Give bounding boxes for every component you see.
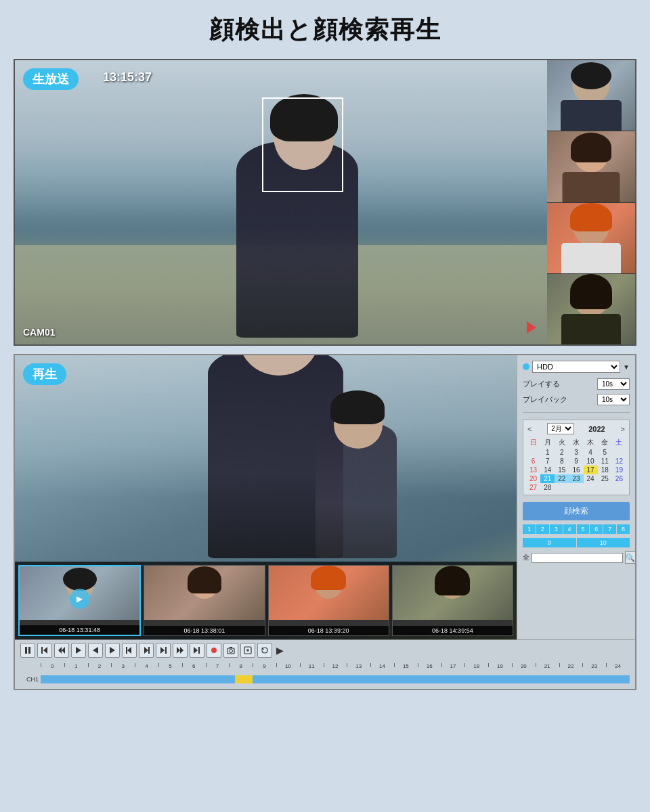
cal-day-23[interactable]: 23 [569,474,583,483]
strip-thumb-label-1: 06-18 13:31:48 [20,625,139,635]
cal-day-6-sat[interactable] [612,448,626,457]
cal-day-25[interactable]: 25 [598,474,612,483]
ch-btn-9[interactable]: 9 [523,538,576,547]
calendar-section: < 2月 2022 > 日 月 火 水 木 [523,420,630,495]
cal-day-7[interactable]: 7 [540,457,555,466]
svg-marker-6 [58,647,62,654]
cal-day-3[interactable]: 3 [569,448,583,457]
cal-day-9[interactable]: 9 [569,457,583,466]
play-btn[interactable] [71,643,86,658]
cal-day-10[interactable]: 10 [584,457,598,466]
fast-forward-btn[interactable] [173,643,188,658]
ch-btn-6[interactable]: 6 [590,524,603,534]
svg-marker-9 [110,647,115,654]
cal-day-19[interactable]: 19 [612,466,626,474]
live-video-area: 生放送 13:15:37 CAM01 [15,60,547,344]
cal-prev-btn[interactable]: < [526,425,533,433]
search-input[interactable] [532,553,623,563]
ch1-bar[interactable] [41,675,630,683]
cal-th-thu: 木 [584,437,598,448]
ch-btn-4[interactable]: 4 [563,524,576,534]
ch-btn-7[interactable]: 7 [603,524,616,534]
cal-day-18[interactable]: 18 [598,466,612,474]
live-thumb-4[interactable] [547,274,635,344]
rewind-end-btn[interactable] [156,643,171,658]
svg-marker-12 [144,647,148,654]
ch-btn-2[interactable]: 2 [536,524,549,534]
tick-23: 23 [582,663,606,673]
prev-frame-btn[interactable] [122,643,137,658]
strip-thumb-4[interactable]: 06-18 14:39:54 [392,565,513,636]
live-thumb-2[interactable] [547,131,635,202]
live-thumb-1[interactable] [547,60,635,131]
time-ruler: 0 1 2 3 4 5 6 7 8 9 10 11 12 13 14 15 16… [20,663,630,673]
cal-day-27[interactable]: 27 [526,483,540,492]
ch-btn-5[interactable]: 5 [577,524,590,534]
cal-day-16[interactable]: 16 [569,466,583,474]
cal-day-26[interactable]: 26 [612,474,626,483]
ch-btn-8[interactable]: 8 [617,524,630,534]
tick-0: 0 [41,663,64,673]
face-detection-box [262,97,343,192]
cal-day-4[interactable]: 4 [584,448,598,457]
ch-btn-1[interactable]: 1 [523,524,536,534]
cal-day-17[interactable]: 17 [584,466,598,474]
tick-8: 8 [229,663,253,673]
tick-6: 6 [182,663,206,673]
cal-th-fri: 金 [598,437,612,448]
cal-day-14[interactable]: 14 [540,466,555,474]
tick-18: 18 [464,663,488,673]
face-search-btn[interactable]: 顔検索 [523,502,630,520]
strip-thumb-2[interactable]: 06-18 13:38:01 [144,565,265,636]
cal-day-2[interactable]: 2 [555,448,569,457]
cal-day-11[interactable]: 11 [598,457,612,466]
tick-4: 4 [135,663,158,673]
ch-btn-10[interactable]: 10 [577,538,630,547]
strip-thumb-3[interactable]: 06-18 13:39:20 [268,565,389,636]
strip-thumb-1[interactable]: ▶ 06-18 13:31:48 [18,565,141,636]
record-btn[interactable] [207,643,221,658]
cal-day-15[interactable]: 15 [555,466,569,474]
cal-day-22[interactable]: 22 [555,474,569,483]
cal-day-21[interactable]: 21 [540,474,555,483]
svg-marker-8 [93,647,98,654]
next-frame-btn[interactable] [139,643,154,658]
cal-day-20[interactable]: 20 [526,474,540,483]
controls-bar: ▶ [15,639,635,662]
search-row: 全 🔍 [523,551,630,564]
skip-forward-btn[interactable] [190,643,204,658]
step-back-fast-btn[interactable] [54,643,69,658]
cal-day-8[interactable]: 8 [555,457,569,466]
cal-day-24[interactable]: 24 [584,474,598,483]
live-thumb-3[interactable] [547,203,635,274]
cal-day-28[interactable]: 28 [540,483,555,492]
timeline-arrow-btn[interactable]: ▶ [274,645,285,656]
cal-year: 2022 [588,425,605,433]
step-back-btn[interactable] [88,643,103,658]
cal-day-5[interactable]: 5 [598,448,612,457]
cal-month-select[interactable]: 2月 [547,423,574,434]
rewind-start-btn[interactable] [37,643,52,658]
svg-marker-5 [62,647,65,654]
svg-rect-19 [198,647,200,654]
cal-day-12[interactable]: 12 [612,457,626,466]
hdd-select[interactable]: HDD [532,361,620,373]
ch-btn-3[interactable]: 3 [550,524,563,534]
strip-thumb-label-3: 06-18 13:39:20 [269,626,389,635]
cal-day-13[interactable]: 13 [526,466,540,474]
cal-next-btn[interactable]: > [620,425,626,433]
cam-label: CAM01 [23,327,55,338]
play-select[interactable]: 10s [597,378,630,390]
export-btn[interactable] [240,643,255,658]
cal-empty [526,448,540,457]
playback-label: プレイバック [523,394,567,405]
playback-select[interactable]: 10s [597,394,630,405]
play-label: プレイする [523,379,560,389]
snapshot-btn[interactable] [223,643,238,658]
search-submit-btn[interactable]: 🔍 [625,551,636,564]
cal-day-1[interactable]: 1 [540,448,555,457]
pause-btn[interactable] [20,643,35,658]
cal-day-6[interactable]: 6 [526,457,540,466]
step-forward-btn[interactable] [105,643,120,658]
loop-btn[interactable] [257,643,272,658]
